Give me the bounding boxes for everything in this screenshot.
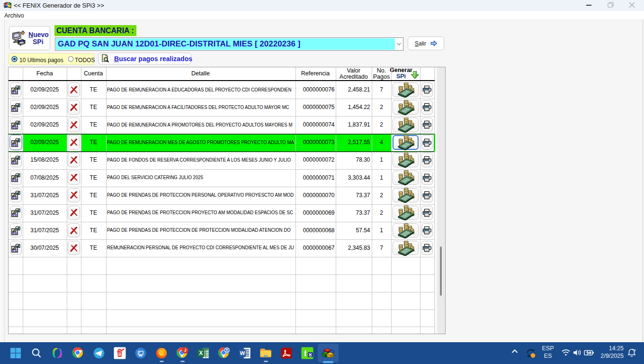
- svg-text:f: f: [304, 348, 307, 358]
- svg-text:J: J: [184, 348, 187, 353]
- svg-text:X: X: [199, 350, 203, 356]
- svg-text:W: W: [240, 350, 245, 356]
- svg-text:sls: sls: [309, 356, 312, 358]
- svg-text:z: z: [634, 348, 636, 352]
